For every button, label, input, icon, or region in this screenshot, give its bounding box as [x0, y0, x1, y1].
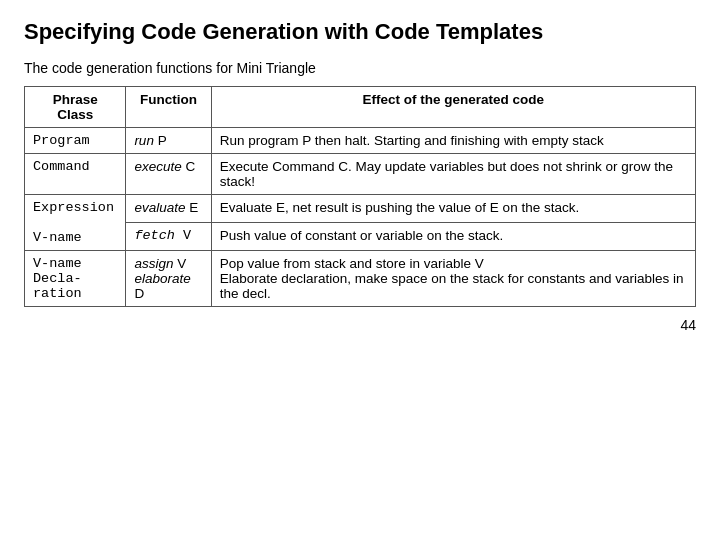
page-number: 44	[24, 317, 696, 333]
function-assign-normal: V	[173, 256, 186, 271]
effect-evaluate: Evaluate E, net result is pushing the va…	[211, 194, 695, 222]
function-execute-italic: execute	[134, 159, 181, 174]
table-row: Command execute C Execute Command C. May…	[25, 153, 696, 194]
function-fetch: fetch V	[126, 222, 211, 250]
effect-elaborate-text: Elaborate declaration, make space on the…	[220, 271, 684, 301]
effect-assign-elaborate: Pop value from stack and store in variab…	[211, 250, 695, 306]
function-assign-italic: assign	[134, 256, 173, 271]
phrase-class-program: Program	[25, 127, 126, 153]
effect-fetch: Push value of constant or variable on th…	[211, 222, 695, 250]
function-run: run P	[126, 127, 211, 153]
function-execute-normal: C	[182, 159, 196, 174]
function-elaborate-normal: D	[134, 286, 144, 301]
page-subtitle: The code generation functions for Mini T…	[24, 60, 696, 76]
function-execute: execute C	[126, 153, 211, 194]
effect-assign-text: Pop value from stack and store in variab…	[220, 256, 484, 271]
effect-execute: Execute Command C. May update variables …	[211, 153, 695, 194]
table-row: Program run P Run program P then halt. S…	[25, 127, 696, 153]
function-run-normal: P	[154, 133, 167, 148]
phrase-class-expression-vname: Expression V-name	[25, 194, 126, 250]
table-row: V-name Decla- ration assign V elaborate …	[25, 250, 696, 306]
function-run-italic: run	[134, 133, 154, 148]
col-header-function: Function	[126, 86, 211, 127]
function-fetch-italic: fetch	[134, 228, 175, 243]
function-evaluate-italic: evaluate	[134, 200, 185, 215]
phrase-class-vname-decl: V-name Decla- ration	[25, 250, 126, 306]
function-elaborate-italic: elaborate	[134, 271, 190, 286]
col-header-effect: Effect of the generated code	[211, 86, 695, 127]
table-row: fetch V Push value of constant or variab…	[25, 222, 696, 250]
effect-run: Run program P then halt. Starting and fi…	[211, 127, 695, 153]
function-evaluate: evaluate E	[126, 194, 211, 222]
phrase-class-command: Command	[25, 153, 126, 194]
table-row: Expression V-name evaluate E Evaluate E,…	[25, 194, 696, 222]
col-header-phrase-class: Phrase Class	[25, 86, 126, 127]
function-assign-elaborate: assign V elaborate D	[126, 250, 211, 306]
page-title: Specifying Code Generation with Code Tem…	[24, 18, 696, 46]
code-generation-table: Phrase Class Function Effect of the gene…	[24, 86, 696, 307]
function-evaluate-normal: E	[185, 200, 198, 215]
function-fetch-normal: V	[175, 228, 191, 243]
